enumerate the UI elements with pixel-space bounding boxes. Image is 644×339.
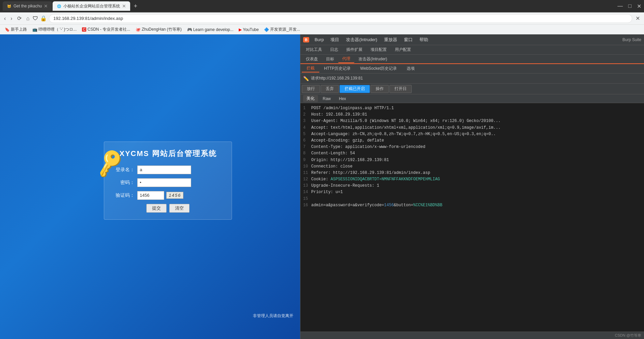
minimize-button[interactable]: —	[617, 3, 623, 9]
password-label: 密码：	[111, 180, 135, 186]
tab-cms[interactable]: 🌐 小杨站长企业网站后台管理系统 ✕	[53, 1, 130, 11]
burp-menu-help[interactable]: 帮助	[417, 36, 431, 43]
discard-button[interactable]: 丢弃	[321, 85, 339, 93]
username-row: 登录名：	[111, 165, 225, 174]
close-tab-button[interactable]: ✕	[634, 14, 641, 22]
notice-text: 非管理人员请自觉离开	[253, 313, 293, 319]
fmt-tab-pretty[interactable]: 美化	[303, 95, 318, 102]
bookmark-github[interactable]: 🐙 ZhuDengHan (竹等寒)	[134, 26, 184, 33]
burp-nav1-compare[interactable]: 对比工具	[302, 46, 326, 53]
request-line-6: 6Accept-Encoding: gzip, deflate	[303, 137, 641, 144]
forward-button-burp[interactable]: 放行	[302, 85, 320, 93]
bookmark-youtube[interactable]: ▶ YouTube	[237, 27, 261, 33]
bookmark-label-6: YouTube	[243, 27, 259, 32]
bookmark-label-1: 新手上路	[11, 27, 27, 32]
bookmark-bilibili[interactable]: 📺 哔哩哔哩（ '-' )つロ...	[30, 26, 79, 33]
fmt-tab-hex[interactable]: Hex	[335, 96, 349, 102]
home-button[interactable]: ⌂	[25, 15, 31, 22]
maximize-button[interactable]: □	[628, 3, 632, 9]
watermark-text: CSDN @竹等寒	[615, 333, 641, 338]
back-button[interactable]: ‹	[3, 15, 7, 22]
watermark: CSDN @竹等寒	[300, 332, 644, 339]
request-line-12: 12Cookie: ASPSESSIONIDQACBRTDT=NMNFNFFAK…	[303, 176, 641, 183]
login-box: XYCMS 网站后台管理系统 登录名： 密码： 验证码： 1456	[104, 142, 232, 220]
shield-icon: 🛡	[33, 16, 38, 22]
intercept-buttons: 放行 丢弃 拦截已开启 操作 打开日	[300, 84, 644, 94]
tab-close-1[interactable]: ✕	[44, 3, 48, 9]
request-line-7: 7Content-Type: application/x-www-form-ur…	[303, 144, 641, 150]
burp-nav1-extensions[interactable]: 插件扩展	[342, 46, 367, 53]
fmt-tab-raw[interactable]: Raw	[319, 96, 334, 102]
browser-chrome: 🐱 Get the pikachu ✕ 🌐 小杨站长企业网站后台管理系统 ✕ +…	[0, 0, 644, 34]
forward-button[interactable]: ›	[9, 15, 13, 22]
request-line-1: 1POST /admin/loginpass.asp HTTP/1.1	[303, 105, 641, 112]
url-input[interactable]	[49, 14, 632, 23]
request-line-9: 9Origin: http://192.168.29.139:81	[303, 157, 641, 163]
request-line-8: 8Content-Length: 54	[303, 150, 641, 157]
proxy-tab-http-history[interactable]: HTTP历史记录	[319, 65, 355, 72]
bookmark-csdn[interactable]: C CSDN - 专业开发者社...	[80, 26, 132, 33]
format-tabs: 美化 Raw Hex	[300, 94, 644, 103]
username-input[interactable]	[137, 165, 191, 174]
burp-panel: B Burp 项目 攻击器(Intruder) 重放器 窗口 帮助 Burp S…	[300, 34, 644, 339]
burp-menu-project[interactable]: 项目	[328, 36, 342, 43]
proxy-tabs: 拦截 HTTP历史记录 WebSocket历史记录 选项	[300, 64, 644, 73]
request-line-16: 16admin=a&password=a&verifycode=1456&but…	[303, 202, 641, 209]
verify-input[interactable]	[137, 191, 164, 200]
burp-menu-repeater[interactable]: 重放器	[381, 36, 400, 43]
request-line-14: 14Priority: u=1	[303, 189, 641, 195]
new-tab-button[interactable]: +	[131, 1, 140, 11]
bookmark-label-7: 开发资源_开发...	[270, 27, 300, 32]
refresh-button[interactable]: ⟳	[16, 14, 23, 22]
password-input[interactable]	[137, 178, 191, 187]
tab-target[interactable]: 目标	[322, 56, 338, 63]
cms-title: XYCMS 网站后台管理系统	[111, 149, 225, 159]
burp-nav1-user-config[interactable]: 用户配置	[391, 46, 415, 53]
proxy-tab-intercept[interactable]: 拦截	[302, 65, 319, 72]
request-line-5: 5Accept-Language: zh-CN,zh;q=0.8,zh-TW;q…	[303, 131, 641, 137]
verify-row: 验证码： 1456	[111, 191, 225, 200]
burp-nav1-project-config[interactable]: 项目配置	[367, 46, 391, 53]
bookmark-icon-4: 🐙	[136, 27, 141, 32]
tab-bar: 🐱 Get the pikachu ✕ 🌐 小杨站长企业网站后台管理系统 ✕ +…	[0, 0, 644, 12]
bookmark-label-3: CSDN - 专业开发者社...	[87, 27, 130, 32]
request-line-2: 2Host: 192.168.29.139:81	[303, 112, 641, 118]
browser-content: 🔑 XYCMS 网站后台管理系统 登录名： 密码： 验证码：	[0, 34, 300, 339]
bookmark-icon-3: C	[82, 27, 86, 32]
proxy-tab-options[interactable]: 选项	[402, 65, 419, 72]
request-content[interactable]: 1POST /admin/loginpass.asp HTTP/1.1 2Hos…	[300, 103, 644, 332]
burp-nav1: 对比工具 日志 插件扩展 项目配置 用户配置	[300, 45, 644, 55]
submit-button[interactable]: 提交	[146, 204, 167, 213]
close-window-button[interactable]: ✕	[637, 3, 641, 9]
burp-topbar: B Burp 项目 攻击器(Intruder) 重放器 窗口 帮助 Burp S…	[300, 34, 644, 45]
bookmark-learn-game[interactable]: 🎮 Learn game develop...	[185, 27, 235, 33]
action-button[interactable]: 操作	[371, 85, 389, 93]
burp-menu-window[interactable]: 窗口	[401, 36, 415, 43]
burp-menu-intruder[interactable]: 攻击器(Intruder)	[343, 36, 380, 43]
reset-button[interactable]: 清空	[169, 204, 189, 213]
address-bar: ‹ › ⟳ ⌂ 🛡 🔒 ✕	[0, 12, 644, 24]
request-line-15: 15	[303, 196, 641, 202]
bookmark-xinshou[interactable]: 🔖 新手上路	[3, 26, 29, 33]
intercept-url: 请求http://192.168.29.139:81	[311, 75, 363, 81]
bookmark-dev-resources[interactable]: 🔷 开发资源_开发...	[262, 26, 302, 33]
open-log-button[interactable]: 打开日	[389, 85, 412, 93]
proxy-tab-websocket[interactable]: WebSocket历史记录	[355, 65, 402, 72]
bookmark-icon-6: ▶	[239, 27, 242, 32]
bookmarks-bar: 🔖 新手上路 📺 哔哩哔哩（ '-' )つロ... C CSDN - 专业开发者…	[0, 24, 644, 34]
burp-nav1-log[interactable]: 日志	[326, 46, 342, 53]
tab-intruder[interactable]: 攻击器(Intruder)	[354, 56, 391, 63]
lock-icon: 🔒	[40, 15, 47, 22]
bookmark-label-4: ZhuDengHan (竹等寒)	[142, 27, 182, 32]
intercept-toggle-button[interactable]: 拦截已开启	[340, 85, 370, 93]
burp-menu-burp[interactable]: Burp	[312, 36, 326, 43]
intercept-info: ✏️ 请求http://192.168.29.139:81	[300, 73, 644, 84]
tab-get-pikachu[interactable]: 🐱 Get the pikachu ✕	[3, 1, 52, 11]
tab-close-2[interactable]: ✕	[122, 3, 126, 9]
burp-logo: B	[303, 37, 309, 42]
tab-favicon-2: 🌐	[57, 4, 61, 8]
username-label: 登录名：	[111, 167, 135, 173]
tab-dashboard[interactable]: 仪表盘	[302, 56, 322, 63]
burp-nav2: 仪表盘 目标 代理 攻击器(Intruder)	[300, 55, 644, 64]
tab-proxy[interactable]: 代理	[338, 55, 354, 63]
